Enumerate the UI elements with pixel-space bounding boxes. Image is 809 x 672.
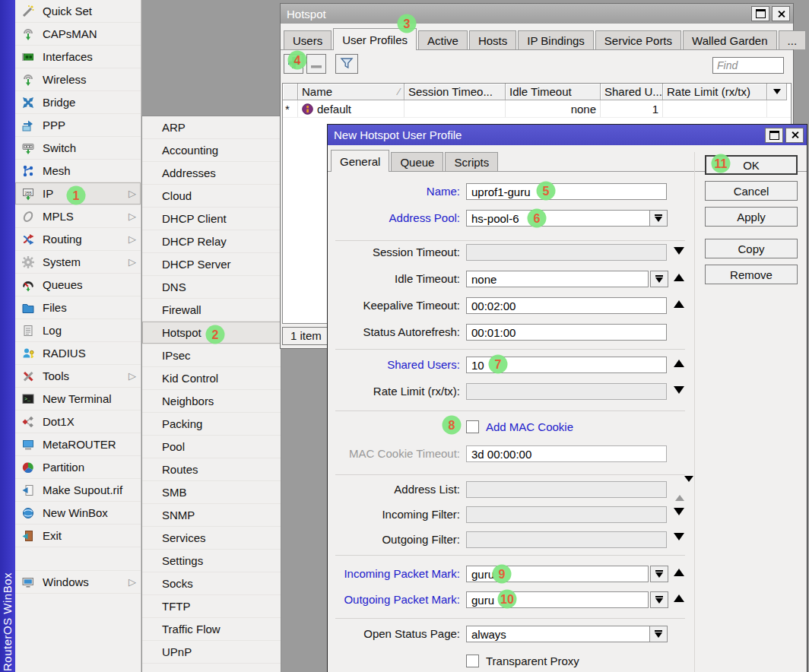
collapse-up-icon[interactable] bbox=[674, 594, 684, 602]
dialog-titlebar[interactable]: New Hotspot User Profile bbox=[328, 125, 807, 145]
sidebar-item-exit[interactable]: Exit bbox=[15, 525, 141, 547]
keepalive-timeout-input[interactable] bbox=[466, 297, 667, 314]
tab-ip-bindings[interactable]: IP Bindings bbox=[518, 30, 594, 49]
sidebar-item-files[interactable]: Files bbox=[15, 296, 141, 319]
address-list-input[interactable] bbox=[466, 481, 667, 498]
sidebar-item-partition[interactable]: Partition bbox=[15, 456, 141, 479]
submenu-item-kid-control[interactable]: Kid Control bbox=[142, 367, 281, 390]
tab-more[interactable]: ... bbox=[779, 30, 807, 49]
sidebar-item-log[interactable]: Log bbox=[15, 319, 141, 342]
submenu-item-neighbors[interactable]: Neighbors bbox=[142, 390, 281, 413]
address-pool-dropdown-button[interactable] bbox=[649, 210, 668, 227]
submenu-item-packing[interactable]: Packing bbox=[142, 413, 281, 436]
sidebar-item-system[interactable]: System ▷ bbox=[15, 251, 141, 274]
idle-timeout-dropdown-button[interactable] bbox=[650, 271, 668, 287]
session-timeout-input[interactable] bbox=[466, 244, 667, 261]
tab-users[interactable]: Users bbox=[284, 30, 332, 49]
idle-timeout-input[interactable] bbox=[466, 271, 649, 287]
maximize-button[interactable] bbox=[751, 6, 769, 21]
expand-down-icon[interactable] bbox=[674, 247, 684, 255]
spinner-arrows[interactable] bbox=[675, 482, 693, 495]
collapse-up-icon[interactable] bbox=[674, 274, 684, 281]
copy-button[interactable]: Copy bbox=[705, 239, 798, 258]
address-pool-input[interactable] bbox=[466, 210, 667, 227]
tab-general[interactable]: General bbox=[331, 150, 389, 172]
expand-down-icon[interactable] bbox=[674, 533, 684, 540]
submenu-item-firewall[interactable]: Firewall bbox=[142, 299, 281, 322]
mac-cookie-timeout-input[interactable] bbox=[466, 445, 667, 462]
sidebar-item-queues[interactable]: Queues bbox=[15, 274, 141, 296]
close-button[interactable] bbox=[785, 128, 804, 143]
sidebar-item-bridge[interactable]: Bridge bbox=[15, 91, 141, 114]
submenu-item-services[interactable]: Services bbox=[142, 527, 281, 550]
sidebar-item-metarouter[interactable]: MetaROUTER bbox=[15, 433, 141, 456]
sidebar-item-make-supout[interactable]: Make Supout.rif bbox=[15, 479, 141, 502]
tab-active[interactable]: Active bbox=[418, 30, 468, 49]
expand-down-icon[interactable] bbox=[674, 508, 684, 515]
transparent-proxy-checkbox[interactable] bbox=[466, 655, 479, 667]
submenu-item-addresses[interactable]: Addresses bbox=[142, 162, 281, 185]
submenu-item-dhcp-relay[interactable]: DHCP Relay bbox=[142, 230, 281, 253]
sidebar-item-routing[interactable]: Routing ▷ bbox=[15, 228, 141, 251]
submenu-item-arp[interactable]: ARP bbox=[142, 116, 281, 139]
outgoing-packet-mark-dropdown-button[interactable] bbox=[650, 591, 668, 608]
sidebar-item-interfaces[interactable]: Interfaces bbox=[15, 46, 141, 68]
hotspot-window-titlebar[interactable]: Hotspot bbox=[281, 4, 793, 24]
apply-button[interactable]: Apply bbox=[705, 207, 798, 227]
submenu-item-socks[interactable]: Socks bbox=[142, 572, 281, 595]
expand-down-icon[interactable] bbox=[674, 386, 684, 394]
sidebar-item-windows[interactable]: Windows ▷ bbox=[15, 571, 141, 594]
submenu-item-traffic-flow[interactable]: Traffic Flow bbox=[142, 618, 281, 641]
remove-row-button[interactable] bbox=[306, 54, 326, 74]
submenu-item-dhcp-server[interactable]: DHCP Server bbox=[142, 253, 281, 276]
sidebar-item-radius[interactable]: RADIUS bbox=[15, 342, 141, 365]
outgoing-filter-input[interactable] bbox=[466, 531, 667, 548]
collapse-up-icon[interactable] bbox=[674, 569, 684, 576]
incoming-packet-mark-dropdown-button[interactable] bbox=[650, 566, 668, 582]
status-autorefresh-input[interactable] bbox=[466, 324, 667, 341]
column-header-shared-users[interactable]: Shared U... bbox=[601, 84, 663, 100]
submenu-item-upnp[interactable]: UPnP bbox=[142, 641, 281, 664]
tab-queue[interactable]: Queue bbox=[391, 152, 443, 171]
submenu-item-dhcp-client[interactable]: DHCP Client bbox=[142, 208, 281, 230]
submenu-item-tftp[interactable]: TFTP bbox=[142, 595, 281, 618]
tab-scripts[interactable]: Scripts bbox=[445, 152, 498, 171]
open-status-page-dropdown-button[interactable] bbox=[649, 626, 668, 642]
sidebar-item-mesh[interactable]: Mesh bbox=[15, 160, 141, 182]
sidebar-item-new-terminal[interactable]: >_ New Terminal bbox=[15, 388, 141, 410]
submenu-item-accounting[interactable]: Accounting bbox=[142, 139, 281, 162]
column-select-button[interactable] bbox=[767, 84, 787, 100]
submenu-item-settings[interactable]: Settings bbox=[142, 550, 281, 572]
submenu-item-routes[interactable]: Routes bbox=[142, 458, 281, 481]
name-input[interactable] bbox=[466, 183, 667, 200]
column-header-idle-timeout[interactable]: Idle Timeout bbox=[506, 84, 601, 100]
find-input[interactable] bbox=[712, 57, 784, 74]
submenu-item-smb[interactable]: SMB bbox=[142, 481, 281, 504]
submenu-item-pool[interactable]: Pool bbox=[142, 436, 281, 458]
outgoing-packet-mark-input[interactable] bbox=[466, 591, 649, 608]
sidebar-item-switch[interactable]: Switch bbox=[15, 137, 141, 160]
submenu-item-cloud[interactable]: Cloud bbox=[142, 185, 281, 208]
sidebar-item-tools[interactable]: Tools ▷ bbox=[15, 365, 141, 388]
sidebar-item-ppp[interactable]: PPP bbox=[15, 114, 141, 137]
sidebar-item-wireless[interactable]: Wireless bbox=[15, 68, 141, 91]
close-button[interactable] bbox=[772, 6, 790, 21]
filter-button[interactable] bbox=[335, 54, 358, 74]
incoming-filter-input[interactable] bbox=[466, 506, 667, 523]
tab-walled-garden[interactable]: Walled Garden bbox=[683, 30, 777, 49]
add-mac-cookie-checkbox[interactable] bbox=[466, 420, 479, 433]
tab-service-ports[interactable]: Service Ports bbox=[595, 30, 681, 49]
collapse-up-icon[interactable] bbox=[674, 300, 684, 308]
marker-column-header[interactable] bbox=[283, 84, 298, 100]
table-row[interactable]: * default none 1 bbox=[283, 100, 791, 118]
column-header-session-timeout[interactable]: Session Timeo... bbox=[404, 84, 506, 100]
column-header-name[interactable]: Name∕ bbox=[298, 84, 404, 100]
rate-limit-input[interactable] bbox=[466, 383, 667, 400]
tab-hosts[interactable]: Hosts bbox=[469, 30, 516, 49]
open-status-page-input[interactable] bbox=[466, 626, 667, 642]
submenu-item-ipsec[interactable]: IPsec bbox=[142, 344, 281, 367]
sidebar-item-dot1x[interactable]: Dot1X bbox=[15, 410, 141, 433]
sidebar-item-new-winbox[interactable]: New WinBox bbox=[15, 502, 141, 525]
sidebar-item-quick-set[interactable]: Quick Set bbox=[15, 0, 141, 23]
remove-button[interactable]: Remove bbox=[705, 265, 798, 284]
